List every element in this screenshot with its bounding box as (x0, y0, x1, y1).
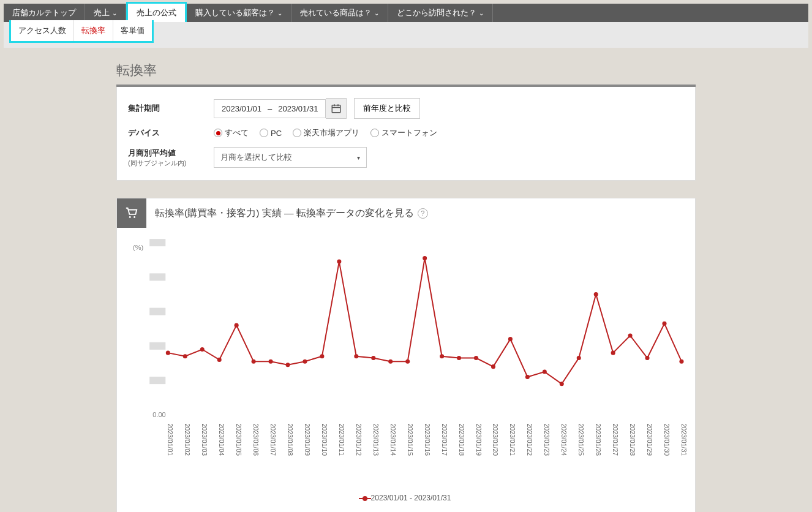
monthly-avg-select[interactable]: 月商を選択して比較 ▾ (214, 147, 367, 168)
svg-point-28 (423, 256, 427, 260)
date-end: 2023/01/31 (278, 104, 318, 113)
svg-rect-7 (149, 377, 165, 384)
radio-label: 楽天市場アプリ (304, 127, 359, 138)
svg-point-20 (285, 363, 290, 367)
svg-rect-0 (332, 105, 340, 113)
svg-point-42 (662, 322, 666, 326)
select-placeholder: 月商を選択して比較 (220, 152, 292, 163)
cart-icon (117, 198, 146, 228)
svg-text:2023/01/21: 2023/01/21 (509, 423, 516, 456)
chevron-down-icon: ⌄ (374, 10, 379, 17)
svg-point-33 (508, 337, 513, 341)
svg-point-29 (440, 354, 444, 358)
topnav-item-2[interactable]: 売上の公式 (126, 2, 187, 22)
svg-text:2023/01/07: 2023/01/07 (269, 423, 277, 456)
svg-point-5 (133, 216, 135, 218)
subtab-row: アクセス人数転換率客単価 (4, 22, 808, 48)
topnav-item-3[interactable]: 購入している顧客は？⌄ (187, 4, 291, 22)
radio-label: PC (271, 129, 282, 138)
subtab-0[interactable]: アクセス人数 (11, 20, 74, 41)
calendar-icon (331, 103, 342, 114)
svg-text:(%): (%) (133, 244, 143, 251)
svg-point-39 (611, 351, 615, 355)
device-radio-0[interactable]: すべて (214, 127, 249, 138)
topnav-item-5[interactable]: どこから訪問された？⌄ (388, 4, 493, 22)
subtab-2[interactable]: 客単価 (113, 20, 152, 41)
svg-text:2023/01/24: 2023/01/24 (560, 423, 568, 456)
device-radio-1[interactable]: PC (260, 129, 282, 138)
svg-text:2023/01/12: 2023/01/12 (355, 423, 363, 456)
svg-point-21 (303, 360, 307, 364)
svg-point-16 (217, 358, 222, 362)
radio-icon (370, 129, 379, 137)
svg-rect-11 (149, 239, 165, 246)
date-start: 2023/01/01 (222, 104, 261, 113)
radio-label: スマートフォン (382, 127, 437, 138)
device-radio-2[interactable]: 楽天市場アプリ (293, 127, 359, 138)
svg-point-38 (594, 292, 598, 296)
svg-point-25 (371, 356, 375, 360)
svg-point-40 (628, 333, 633, 337)
calendar-button[interactable] (326, 98, 347, 119)
device-radio-3[interactable]: スマートフォン (370, 127, 437, 138)
svg-point-34 (525, 375, 530, 379)
radio-icon (293, 129, 301, 137)
radio-icon (260, 129, 268, 137)
help-icon[interactable]: ? (418, 208, 428, 219)
svg-point-4 (129, 216, 131, 218)
period-label: 集計期間 (128, 103, 214, 114)
filter-panel: 集計期間 2023/01/01 – 2023/01/31 前年度と比較 デバイス… (116, 87, 696, 181)
svg-point-41 (645, 356, 650, 360)
radio-label: すべて (225, 127, 249, 138)
chevron-down-icon: ⌄ (112, 10, 117, 17)
page-title: 転換率 (116, 61, 696, 80)
svg-point-37 (577, 356, 581, 360)
subtab-1[interactable]: 転換率 (74, 20, 113, 41)
svg-text:2023/01/10: 2023/01/10 (321, 423, 328, 456)
chevron-down-icon: ⌄ (479, 10, 484, 17)
svg-point-15 (200, 347, 205, 352)
svg-text:2023/01/01: 2023/01/01 (167, 423, 174, 456)
svg-text:2023/01/11: 2023/01/11 (338, 423, 345, 456)
svg-point-35 (543, 370, 547, 374)
radio-icon (214, 129, 222, 137)
svg-text:2023/01/18: 2023/01/18 (458, 423, 465, 456)
device-label: デバイス (128, 127, 214, 138)
svg-point-14 (183, 354, 187, 358)
svg-point-43 (679, 360, 683, 364)
svg-point-13 (166, 351, 170, 355)
svg-text:2023/01/17: 2023/01/17 (441, 423, 448, 456)
device-radio-group: すべてPC楽天市場アプリスマートフォン (214, 127, 437, 138)
svg-rect-8 (149, 342, 165, 350)
svg-point-18 (252, 360, 256, 364)
svg-text:2023/01/08: 2023/01/08 (287, 423, 294, 456)
topnav-item-4[interactable]: 売れている商品は？⌄ (291, 4, 388, 22)
svg-rect-10 (149, 273, 165, 280)
svg-text:2023/01/30: 2023/01/30 (663, 423, 671, 456)
svg-text:2023/01/16: 2023/01/16 (424, 423, 431, 456)
svg-text:2023/01/05: 2023/01/05 (235, 423, 242, 456)
svg-text:2023/01/04: 2023/01/04 (218, 423, 225, 456)
svg-text:2023/01/26: 2023/01/26 (595, 423, 602, 456)
svg-text:2023/01/13: 2023/01/13 (372, 423, 380, 456)
svg-text:2023/01/15: 2023/01/15 (407, 423, 414, 456)
svg-text:0.00: 0.00 (152, 411, 165, 418)
compare-prev-year-button[interactable]: 前年度と比較 (354, 98, 420, 119)
chart-panel: 転換率(購買率・接客力) 実績 ― 転換率データの変化を見る ? (%)0.00… (116, 198, 696, 512)
svg-text:2023/01/03: 2023/01/03 (201, 423, 208, 456)
topnav-item-1[interactable]: 売上⌄ (85, 4, 126, 22)
svg-text:2023/01/25: 2023/01/25 (577, 423, 585, 456)
date-range-input[interactable]: 2023/01/01 – 2023/01/31 (214, 99, 326, 118)
conversion-chart: (%)0.002023/01/012023/01/022023/01/03202… (122, 234, 688, 491)
topnav-item-0[interactable]: 店舗カルテトップ (4, 4, 85, 22)
chevron-down-icon: ▾ (357, 154, 360, 161)
svg-point-24 (354, 354, 358, 358)
svg-text:2023/01/31: 2023/01/31 (680, 423, 688, 456)
svg-text:2023/01/09: 2023/01/09 (304, 423, 311, 456)
svg-point-31 (474, 356, 478, 360)
svg-point-17 (235, 323, 239, 328)
svg-text:2023/01/27: 2023/01/27 (612, 423, 619, 456)
svg-text:2023/01/06: 2023/01/06 (252, 423, 260, 456)
svg-text:2023/01/20: 2023/01/20 (492, 423, 499, 456)
svg-rect-9 (149, 308, 165, 315)
